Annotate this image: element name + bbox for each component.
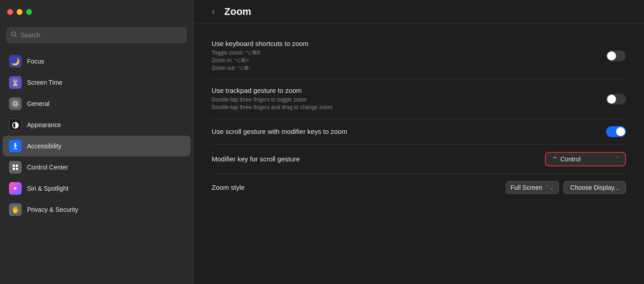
modifier-key-label: Modifier key for scroll gesture <box>212 155 300 163</box>
sidebar-item-accessibility[interactable]: Accessibility <box>3 136 190 156</box>
sidebar-label-focus: Focus <box>27 58 44 65</box>
sidebar-label-screen-time: Screen Time <box>27 79 63 86</box>
toggle-knob <box>607 51 616 60</box>
sidebar-label-siri: Siri & Spotlight <box>27 185 68 192</box>
back-button[interactable]: ‹ <box>207 5 220 18</box>
keyboard-shortcuts-text: Use keyboard shortcuts to zoom Toggle zo… <box>212 40 597 72</box>
titlebar <box>0 0 193 23</box>
sidebar-item-privacy[interactable]: 🖐 Privacy & Security <box>3 199 190 220</box>
keyboard-shortcuts-desc: Toggle zoom: ⌥⌘8 Zoom in: ⌥⌘= Zoom out: … <box>212 49 597 72</box>
focus-icon: 🌙 <box>9 55 22 68</box>
choose-display-button[interactable]: Choose Display... <box>563 181 626 194</box>
general-icon <box>9 97 22 110</box>
screentime-icon: ⏳ <box>9 76 22 89</box>
modifier-dropdown-inner: ⌃ Control <box>552 156 581 163</box>
sidebar-item-siri[interactable]: ✦ Siri & Spotlight <box>3 178 190 199</box>
svg-line-8 <box>15 147 17 149</box>
toggle-knob-3 <box>616 127 625 136</box>
search-bar[interactable]: Search <box>6 27 187 43</box>
scroll-gesture-title: Use scroll gesture with modifier keys to… <box>212 128 597 135</box>
zoom-style-controls: Full Screen ⌃⌄ Choose Display... <box>506 181 626 194</box>
scroll-gesture-text: Use scroll gesture with modifier keys to… <box>212 128 597 135</box>
back-icon: ‹ <box>212 6 215 18</box>
appearance-icon: ◑ <box>9 119 22 131</box>
trackpad-gesture-title: Use trackpad gesture to zoom <box>212 87 597 94</box>
sidebar-item-general[interactable]: General <box>3 93 190 114</box>
sidebar: Search 🌙 Focus ⏳ Screen Time General ◑ A… <box>0 0 194 284</box>
keyboard-shortcuts-row: Use keyboard shortcuts to zoom Toggle zo… <box>212 32 626 79</box>
scroll-gesture-toggle[interactable] <box>606 126 626 137</box>
content-area: Use keyboard shortcuts to zoom Toggle zo… <box>194 23 644 284</box>
siri-icon: ✦ <box>9 182 22 195</box>
trackpad-gesture-toggle[interactable] <box>606 94 626 105</box>
search-placeholder: Search <box>20 32 40 39</box>
svg-point-3 <box>13 101 18 107</box>
trackpad-gesture-desc: Double-tap three fingers to toggle zoom … <box>212 96 597 111</box>
sidebar-item-focus[interactable]: 🌙 Focus <box>3 51 190 72</box>
svg-rect-10 <box>16 165 18 167</box>
search-icon <box>11 31 17 39</box>
zoom-style-select[interactable]: Full Screen ⌃⌄ <box>506 181 559 194</box>
keyboard-shortcuts-title: Use keyboard shortcuts to zoom <box>212 40 597 47</box>
zoom-style-label: Zoom style <box>212 183 245 191</box>
sidebar-label-accessibility: Accessibility <box>27 142 61 150</box>
close-button[interactable] <box>7 9 13 15</box>
sidebar-label-control-center: Control Center <box>27 164 68 171</box>
trackpad-gesture-text: Use trackpad gesture to zoom Double-tap … <box>212 87 597 111</box>
trackpad-gesture-row: Use trackpad gesture to zoom Double-tap … <box>212 79 626 119</box>
keyboard-shortcuts-toggle[interactable] <box>606 50 626 61</box>
control-center-icon <box>9 161 22 174</box>
sidebar-label-general: General <box>27 100 50 107</box>
chevron-down-icon: ˅ <box>616 156 619 163</box>
sidebar-label-privacy: Privacy & Security <box>27 206 78 213</box>
modifier-key-value: Control <box>560 156 581 163</box>
svg-rect-9 <box>13 165 15 167</box>
modifier-key-dropdown[interactable]: ⌃ Control ˅ <box>545 152 626 166</box>
svg-rect-12 <box>16 168 18 170</box>
toggle-knob-2 <box>607 95 616 104</box>
ctrl-icon: ⌃ <box>552 156 558 163</box>
accessibility-icon <box>9 140 22 152</box>
page-title: Zoom <box>224 6 251 18</box>
traffic-lights <box>7 9 32 15</box>
main-content: ‹ Zoom Use keyboard shortcuts to zoom To… <box>194 0 644 284</box>
sidebar-item-screen-time[interactable]: ⏳ Screen Time <box>3 72 190 93</box>
sidebar-item-appearance[interactable]: ◑ Appearance <box>3 115 190 135</box>
sidebar-label-appearance: Appearance <box>27 121 61 128</box>
modifier-key-row: Modifier key for scroll gesture ⌃ Contro… <box>212 145 626 174</box>
sidebar-list: 🌙 Focus ⏳ Screen Time General ◑ Appearan… <box>0 49 193 284</box>
maximize-button[interactable] <box>26 9 32 15</box>
svg-point-2 <box>14 102 17 105</box>
svg-rect-11 <box>13 168 15 170</box>
svg-line-1 <box>15 36 17 37</box>
zoom-style-row: Zoom style Full Screen ⌃⌄ Choose Display… <box>212 174 626 201</box>
scroll-gesture-row: Use scroll gesture with modifier keys to… <box>212 119 626 145</box>
zoom-style-value: Full Screen <box>511 184 543 191</box>
privacy-icon: 🖐 <box>9 203 22 216</box>
main-header: ‹ Zoom <box>194 0 644 23</box>
minimize-button[interactable] <box>17 9 23 15</box>
sidebar-item-control-center[interactable]: Control Center <box>3 157 190 178</box>
stepper-icon: ⌃⌄ <box>545 184 554 191</box>
